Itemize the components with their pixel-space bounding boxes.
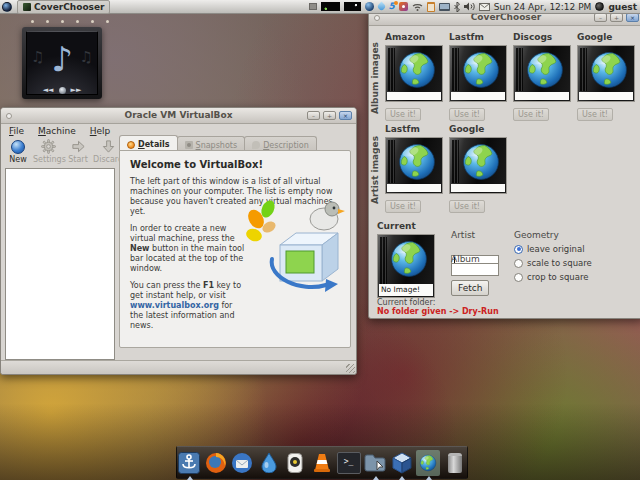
next-icon[interactable]: ►► [71,86,82,94]
current-cover: No Image! [377,234,435,298]
tray-icon-five[interactable]: 5 [389,2,395,11]
radio-label: scale to square [527,258,592,268]
gear-icon [33,138,63,155]
toolbar-button-settings[interactable]: Settings [33,138,63,164]
clock[interactable]: Sun 24 Apr, 12:12 PM [494,2,592,12]
tray-icon-display[interactable] [439,3,450,11]
tray-icon-globe[interactable] [365,2,374,11]
virtualbox-title: Oracle VM VirtualBox [1,108,356,123]
toolbar-button-new[interactable]: New [3,138,33,164]
dock-item-trash[interactable] [442,450,467,476]
dock-item-firefox[interactable] [204,450,229,476]
taskbar-button-coverchooser[interactable]: CoverChooser [17,0,110,14]
tray-icon-wifi[interactable] [412,2,423,11]
close-icon[interactable]: × [626,13,639,22]
previous-icon[interactable]: ◄◄ [43,86,54,94]
artist-images-label: Artist images [370,134,380,206]
album-input[interactable] [451,263,499,276]
virtualbox-window: Oracle VM VirtualBox – + × FileMachineHe… [0,107,357,375]
geometry-option-leave-original[interactable]: leave original [514,244,585,254]
tray-icon-photo[interactable] [399,2,408,11]
use-it-button[interactable]: Use it! [513,108,549,121]
radio-icon[interactable] [514,245,523,254]
tray-icon-volume[interactable] [464,2,475,11]
music-cover-widget[interactable]: ♫ ♪ ♫ ◄◄ ►► [22,27,102,99]
geometry-option-scale-to-square[interactable]: scale to square [514,258,592,268]
artist-field-label: Artist [451,230,475,240]
cover-column-discogs: DiscogsUse it! [513,32,573,121]
geometry-label: Geometry [514,230,559,240]
cover-column-google: GoogleUse it! [449,124,509,213]
fetch-button[interactable]: Fetch [451,280,489,296]
playback-controls: ◄◄ ►► [22,86,102,94]
photo-strip [451,184,505,192]
cover-thumbnail[interactable] [449,137,507,194]
virtualbox-link[interactable]: www.virtualbox.org [130,301,219,310]
use-it-button[interactable]: Use it! [385,200,421,213]
cover-thumbnail[interactable] [577,45,635,102]
user-name[interactable]: guest [608,2,637,12]
tab-label: Description [263,141,309,150]
start-icon [63,138,93,155]
source-name: Discogs [513,32,573,42]
cover-thumbnail[interactable] [449,45,507,102]
dock-item-camera[interactable] [283,450,308,476]
tray-icon-drop[interactable] [376,2,386,12]
tray-icon-clipboard[interactable] [427,2,435,12]
source-name: Amazon [385,32,445,42]
dock-item-terminal[interactable]: >_ [336,450,361,476]
virtualbox-titlebar[interactable]: Oracle VM VirtualBox – + × [1,108,356,124]
use-it-button[interactable]: Use it! [385,108,421,121]
cover-column-google: GoogleUse it! [577,32,637,121]
toolbar-label: New [3,155,33,164]
close-icon[interactable]: × [339,111,352,120]
cover-thumbnail[interactable] [385,45,443,102]
toolbar-button-start[interactable]: Start [63,138,93,164]
use-it-button[interactable]: Use it! [449,108,485,121]
tray-icon-bluetooth[interactable] [454,2,460,12]
dock-item-files[interactable] [363,450,388,476]
album-images-label: Album images [370,42,380,114]
session-menu-icon[interactable] [595,2,604,11]
use-it-button[interactable]: Use it! [449,200,485,213]
globe-art-icon [459,140,503,184]
dock-item-deluge[interactable] [257,450,282,476]
stop-icon[interactable] [59,87,66,94]
welcome-title: Welcome to VirtualBox! [130,159,340,170]
use-it-button[interactable]: Use it! [577,108,613,121]
menu-help[interactable]: Help [84,126,117,136]
cover-thumbnail[interactable] [513,45,571,102]
minimize-icon[interactable]: – [307,111,320,120]
tray-icon-net-graph[interactable] [344,2,361,11]
dock-item-virtualbox[interactable] [389,450,414,476]
menu-file[interactable]: File [3,126,30,136]
top-panel: CoverChooser 5 Sun 24 Apr, 12:12 PM gues… [0,0,640,14]
cover-column-lastfm: LastfmUse it! [449,32,509,121]
radio-label: crop to square [527,272,588,282]
snapshots-icon [185,141,193,149]
menu-machine[interactable]: Machine [32,126,82,136]
resize-grip[interactable] [346,364,355,373]
tray-icon-cpu-graph[interactable] [321,2,340,11]
source-name: Google [449,124,509,134]
tray-icon-mail[interactable] [479,3,490,11]
toolbar-label: Settings [33,155,63,164]
radio-icon[interactable] [514,259,523,268]
maximize-icon[interactable]: + [610,13,623,22]
cover-thumbnail[interactable] [385,137,443,194]
dock-item-thunderbird[interactable] [230,450,255,476]
no-image-label: No Image! [379,284,433,296]
minimize-icon[interactable]: – [594,13,607,22]
dock-item-coverchooser[interactable] [416,450,441,476]
toolbar-label: Start [63,155,93,164]
radio-icon[interactable] [514,273,523,282]
photo-strip [387,184,441,192]
vm-list[interactable] [5,168,115,360]
tray-icon-window-list[interactable] [309,3,317,10]
dock-item-docky[interactable] [177,450,202,476]
music-note-icon: ♫ [80,48,93,66]
dock-item-vlc[interactable] [310,450,335,476]
geometry-option-crop-to-square[interactable]: crop to square [514,272,588,282]
maximize-icon[interactable]: + [323,111,336,120]
distro-menu-icon[interactable] [2,2,12,12]
